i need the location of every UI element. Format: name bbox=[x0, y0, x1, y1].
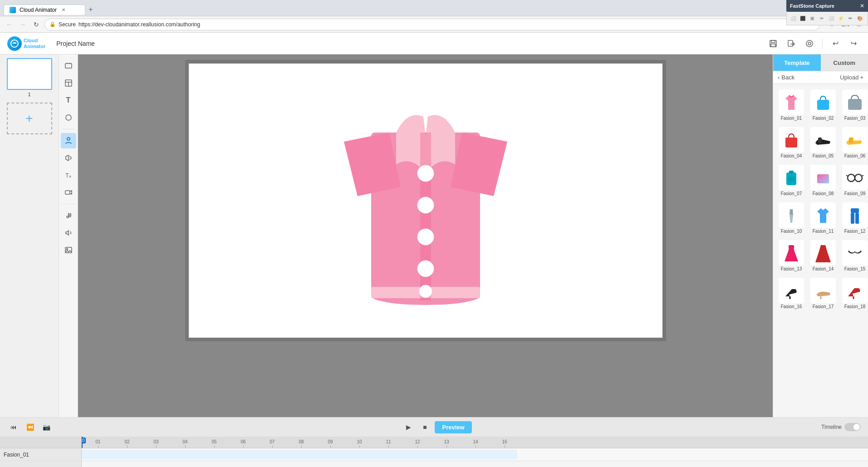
logo-text: Cloud Animator bbox=[24, 38, 45, 49]
redo-btn[interactable]: ↪ bbox=[846, 36, 861, 51]
timeline-toggle-area: Timeline bbox=[821, 423, 861, 431]
new-tab-button[interactable]: + bbox=[85, 4, 96, 15]
tab-title: Cloud Animator bbox=[20, 7, 57, 13]
logo-animator: Animator bbox=[24, 44, 45, 49]
rewind-btn[interactable]: ⏮ bbox=[7, 421, 20, 433]
toolbar-text-btn[interactable]: T bbox=[61, 93, 76, 108]
refresh-btn[interactable]: ↻ bbox=[31, 19, 42, 30]
template-label-fasion_02: Fasion_02 bbox=[813, 116, 834, 121]
template-item-fasion_14[interactable]: Fasion_14 bbox=[809, 238, 838, 273]
toolbar-layout-btn[interactable] bbox=[61, 75, 76, 91]
preview-header-btn[interactable] bbox=[802, 36, 817, 51]
toolbar-font-btn[interactable]: Tₐ bbox=[61, 167, 76, 183]
svg-point-15 bbox=[67, 216, 69, 218]
template-thumb-fasion_15 bbox=[842, 240, 868, 265]
svg-rect-30 bbox=[785, 138, 797, 147]
template-item-fasion_10[interactable]: Fasion_10 bbox=[777, 201, 806, 236]
template-item-fasion_16[interactable]: Fasion_16 bbox=[777, 276, 806, 311]
collapse-panel-btn[interactable]: ‹ bbox=[59, 252, 59, 270]
svg-point-26 bbox=[417, 261, 434, 277]
save-btn[interactable] bbox=[766, 36, 780, 51]
template-item-fasion_15[interactable]: Fasion_15 bbox=[840, 238, 868, 273]
stop-btn[interactable]: ■ bbox=[418, 421, 431, 433]
toolbar-image-btn[interactable] bbox=[61, 242, 76, 258]
tab-close-btn[interactable]: ✕ bbox=[60, 7, 67, 13]
faststone-close-btn[interactable]: ✕ bbox=[860, 3, 864, 9]
timeline-ruler-tracks: 00.0 010203040506070809101112131416 bbox=[82, 437, 868, 467]
add-slide-icon: + bbox=[25, 111, 33, 126]
canvas-inner[interactable] bbox=[189, 64, 662, 338]
toolbar-media-btn[interactable] bbox=[61, 58, 76, 74]
svg-line-40 bbox=[846, 175, 848, 176]
fs-btn-5[interactable]: ⬜ bbox=[827, 14, 836, 23]
forward-nav-btn[interactable]: → bbox=[17, 19, 28, 30]
slides-panel: 1 + ‹ bbox=[0, 54, 59, 467]
undo-btn[interactable]: ↩ bbox=[828, 36, 843, 51]
template-thumb-fasion_11 bbox=[810, 202, 836, 228]
fs-btn-4[interactable]: ✂ bbox=[817, 14, 826, 23]
screenshot-timeline-btn[interactable]: 📷 bbox=[40, 421, 53, 433]
template-item-fasion_02[interactable]: Fasion_02 bbox=[809, 88, 838, 123]
fs-btn-8[interactable]: 🎨 bbox=[855, 14, 864, 23]
back-nav-btn[interactable]: ← bbox=[4, 19, 15, 30]
fs-btn-2[interactable]: ⬛ bbox=[798, 14, 807, 23]
template-tab[interactable]: Template bbox=[773, 54, 821, 71]
active-tab[interactable]: Cloud Animator ✕ bbox=[4, 5, 85, 15]
template-item-fasion_07[interactable]: Fasion_07 bbox=[777, 163, 806, 198]
slide-1-thumb[interactable]: 1 bbox=[7, 58, 52, 90]
export-btn[interactable] bbox=[784, 36, 799, 51]
template-item-fasion_05[interactable]: Fasion_05 bbox=[809, 125, 838, 160]
template-label-fasion_05: Fasion_05 bbox=[813, 153, 834, 158]
template-item-fasion_09[interactable]: Fasion_09 bbox=[840, 163, 868, 198]
template-label-fasion_08: Fasion_08 bbox=[813, 191, 834, 196]
toolbar-audio-btn[interactable] bbox=[61, 150, 76, 166]
url-bar[interactable]: 🔒 Secure https://dev-cloudanimator.reall… bbox=[44, 19, 820, 30]
template-label-fasion_13: Fasion_13 bbox=[781, 266, 802, 271]
template-item-fasion_13[interactable]: Fasion_13 bbox=[777, 238, 806, 273]
slide-1-num: 1 bbox=[28, 92, 30, 97]
faststone-title: FastStone Capture bbox=[790, 3, 834, 9]
template-item-fasion_11[interactable]: Fasion_11 bbox=[809, 201, 838, 236]
logo-cloud: Cloud bbox=[24, 38, 45, 43]
fs-btn-7[interactable]: ✏ bbox=[846, 14, 855, 23]
timeline-body: Fasion_01 00.0 0102030405060708091011121… bbox=[0, 437, 868, 467]
fs-btn-6[interactable]: ⚡ bbox=[836, 14, 845, 23]
template-thumb-fasion_01 bbox=[779, 89, 804, 115]
tab-favicon bbox=[10, 7, 16, 13]
timeline-text: Timeline bbox=[821, 424, 842, 430]
template-item-fasion_01[interactable]: Fasion_01 bbox=[777, 88, 806, 123]
upload-button[interactable]: Upload + bbox=[840, 74, 863, 81]
svg-rect-2 bbox=[771, 40, 775, 43]
main-layout: 1 + ‹ T bbox=[0, 54, 868, 467]
template-thumb-fasion_03 bbox=[842, 89, 868, 115]
template-item-fasion_06[interactable]: Fasion_06 bbox=[840, 125, 868, 160]
template-grid: Fasion_01Fasion_02Fasion_03Fasion_04Fasi… bbox=[777, 88, 864, 311]
fs-btn-1[interactable]: ⬜ bbox=[789, 14, 798, 23]
template-item-fasion_04[interactable]: Fasion_04 bbox=[777, 125, 806, 160]
template-thumb-fasion_12 bbox=[842, 202, 868, 228]
step-back-btn[interactable]: ⏪ bbox=[24, 421, 36, 433]
custom-tab[interactable]: Custom bbox=[821, 54, 868, 71]
back-button[interactable]: ‹ Back bbox=[778, 74, 794, 81]
toolbar-music-btn[interactable] bbox=[61, 208, 76, 223]
app-header: Cloud Animator Project Name ↩ ↪ bbox=[0, 33, 868, 54]
template-item-fasion_17[interactable]: Fasion_17 bbox=[809, 276, 838, 311]
svg-marker-13 bbox=[66, 155, 69, 161]
preview-button[interactable]: Preview bbox=[435, 421, 471, 433]
toolbar-sound-btn[interactable] bbox=[61, 225, 76, 241]
svg-rect-45 bbox=[851, 213, 854, 224]
template-thumb-fasion_04 bbox=[779, 127, 804, 152]
track-clip[interactable] bbox=[82, 450, 517, 459]
template-item-fasion_18[interactable]: Fasion_18 bbox=[840, 276, 868, 311]
template-item-fasion_03[interactable]: Fasion_03 bbox=[840, 88, 868, 123]
add-slide-btn[interactable]: + bbox=[7, 103, 52, 134]
toolbar-video-btn[interactable] bbox=[61, 185, 76, 200]
template-item-fasion_08[interactable]: Fasion_08 bbox=[809, 163, 838, 198]
toolbar-shape-btn[interactable] bbox=[61, 110, 76, 125]
toolbar-character-btn[interactable] bbox=[61, 133, 76, 148]
play-btn[interactable]: ▶ bbox=[402, 421, 415, 433]
svg-rect-46 bbox=[855, 213, 859, 224]
template-item-fasion_12[interactable]: Fasion_12 bbox=[840, 201, 868, 236]
timeline-toggle[interactable] bbox=[844, 423, 861, 431]
fs-btn-3[interactable]: ⊞ bbox=[808, 14, 817, 23]
